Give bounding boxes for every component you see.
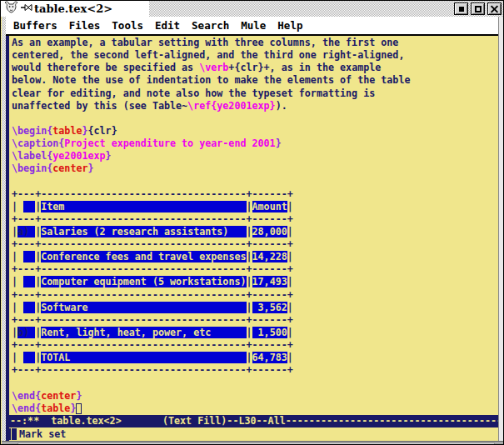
text-segment: \begin{ xyxy=(12,125,52,137)
editor-line: +---+-----------------------------------… xyxy=(12,339,498,352)
text-segment: | xyxy=(287,327,293,338)
text-segment: | xyxy=(12,251,17,262)
minibuffer-cursor xyxy=(9,428,17,440)
title-bar[interactable]: table.tex<2> xyxy=(1,1,503,17)
text-segment: | xyxy=(287,201,293,212)
editor-line: |a) |Salaries (2 research assistants) |2… xyxy=(12,226,498,238)
text-segment: Amount xyxy=(252,201,287,212)
outline-square-icon xyxy=(475,6,482,12)
editor-line: \begin{center} xyxy=(12,162,498,175)
editor-line: +---+-----------------------------------… xyxy=(12,188,498,201)
text-segment: 64,783 xyxy=(252,352,287,363)
editor-line xyxy=(12,175,498,188)
text-segment: } xyxy=(76,390,82,402)
text-segment xyxy=(23,201,35,212)
horizontal-scrollbar[interactable] xyxy=(2,441,504,445)
text-segment: center xyxy=(52,162,87,174)
text-segment xyxy=(23,302,35,313)
mode-line: --:** table.tex<2> (Text Fill)--L30--All… xyxy=(6,415,498,428)
text-segment: | xyxy=(287,226,293,238)
editor-line xyxy=(12,112,498,125)
editor-line: | |Conference fees and travel expenses|1… xyxy=(12,251,498,263)
menu-item-tools[interactable]: Tools xyxy=(112,19,143,32)
text-segment: table xyxy=(52,125,82,137)
text-segment: \end{ xyxy=(12,390,41,402)
text-segment: \label{ xyxy=(12,150,52,162)
editor-line xyxy=(12,377,498,389)
text-segment: | xyxy=(12,302,17,313)
editor-line: +---+-----------------------------------… xyxy=(12,213,498,226)
editor-line: \end{table} xyxy=(12,402,498,415)
filled-square-icon xyxy=(459,7,464,12)
text-segment: | xyxy=(12,352,17,363)
text-segment: } xyxy=(106,150,112,162)
menu-item-edit[interactable]: Edit xyxy=(155,19,180,32)
text-segment: \caption{ xyxy=(12,138,64,149)
text-segment: | xyxy=(247,352,252,363)
text-segment: centered, the second left-aligned, and t… xyxy=(12,49,404,61)
text-segment: Item xyxy=(41,201,246,212)
text-segment: 28,000 xyxy=(252,226,287,238)
menu-item-search[interactable]: Search xyxy=(192,19,229,32)
emacs-window: table.tex<2> BuffersFilesToolsEditSearch… xyxy=(0,0,504,445)
text-segment xyxy=(23,276,35,288)
editor-line: |b) |Rent, light, heat, power, etc | 1,5… xyxy=(12,327,498,339)
text-segment: +---+-----------------------------------… xyxy=(12,188,293,200)
editor-line: +---+-----------------------------------… xyxy=(12,263,498,276)
editor-line: +---+-----------------------------------… xyxy=(12,289,498,302)
editor-line: +---+-----------------------------------… xyxy=(12,238,498,251)
text-segment: +---+-----------------------------------… xyxy=(12,364,293,376)
text-segment: | xyxy=(287,352,293,363)
text-segment: | xyxy=(287,251,293,262)
maximize-button[interactable] xyxy=(471,2,485,15)
text-segment: Software xyxy=(41,302,246,313)
close-button[interactable] xyxy=(487,2,502,15)
menu-bar: BuffersFilesToolsEditSearchMuleHelp xyxy=(6,17,498,34)
text-segment: \end{ xyxy=(12,402,41,414)
text-segment: Salaries (2 research assistants) xyxy=(41,226,246,238)
editor-line: As an example, a tabular setting with th… xyxy=(12,37,498,49)
text-segment: center xyxy=(41,390,76,402)
editor-lines[interactable]: As an example, a tabular setting with th… xyxy=(9,36,498,415)
text-segment: 3,562 xyxy=(252,302,287,313)
editor-line: would therefore be specified as \verb+{c… xyxy=(12,62,498,74)
text-segment: Computer equipment (5 workstations) xyxy=(41,276,246,288)
menu-item-mule[interactable]: Mule xyxy=(241,19,266,32)
text-segment xyxy=(23,251,35,262)
text-segment: +---+-----------------------------------… xyxy=(12,339,293,351)
text-segment: Rent, light, heat, power, etc xyxy=(41,327,246,338)
text-segment: +{clr}+, as in the example xyxy=(228,62,381,73)
minibuffer-message: Mark set xyxy=(19,428,66,440)
editor-line: +---+-----------------------------------… xyxy=(12,314,498,327)
text-segment: 17,493 xyxy=(252,276,287,288)
text-segment: | xyxy=(287,276,293,288)
text-segment: clear for editing, and note also how the… xyxy=(12,88,375,99)
editor-line: | |TOTAL |64,783| xyxy=(12,352,498,364)
text-segment: +---+-----------------------------------… xyxy=(12,263,293,275)
editor-line: +---+-----------------------------------… xyxy=(12,364,498,377)
pushpin-icon xyxy=(21,1,32,17)
menu-item-files[interactable]: Files xyxy=(69,19,101,32)
minimize-button[interactable] xyxy=(454,2,468,15)
text-segment: | xyxy=(12,327,17,338)
x-icon xyxy=(491,5,498,12)
text-segment: ye2001exp xyxy=(52,150,105,162)
text-segment: unaffected by this (see Table~ xyxy=(12,100,187,112)
minibuffer[interactable]: Mark set xyxy=(9,428,498,441)
text-segment: a) xyxy=(17,226,29,238)
title-panel: table.tex<2> xyxy=(1,1,149,17)
text-segment: \ref{ye2001exp} xyxy=(187,100,276,112)
text-segment: | xyxy=(247,302,252,313)
frame-right-border xyxy=(498,17,504,441)
text-segment: +---+-----------------------------------… xyxy=(12,314,293,326)
text-segment: +---+-----------------------------------… xyxy=(12,213,293,225)
text-cursor xyxy=(76,403,82,414)
editor-line: \label{ye2001exp} xyxy=(12,150,498,162)
text-segment: } xyxy=(276,138,282,149)
text-segment: {clr} xyxy=(88,125,117,137)
text-segment: b) xyxy=(17,327,29,338)
text-segment: ). xyxy=(276,100,287,112)
editor-line: | |Computer equipment (5 workstations)|1… xyxy=(12,276,498,288)
menu-item-buffers[interactable]: Buffers xyxy=(13,19,57,32)
menu-item-help[interactable]: Help xyxy=(277,19,302,32)
